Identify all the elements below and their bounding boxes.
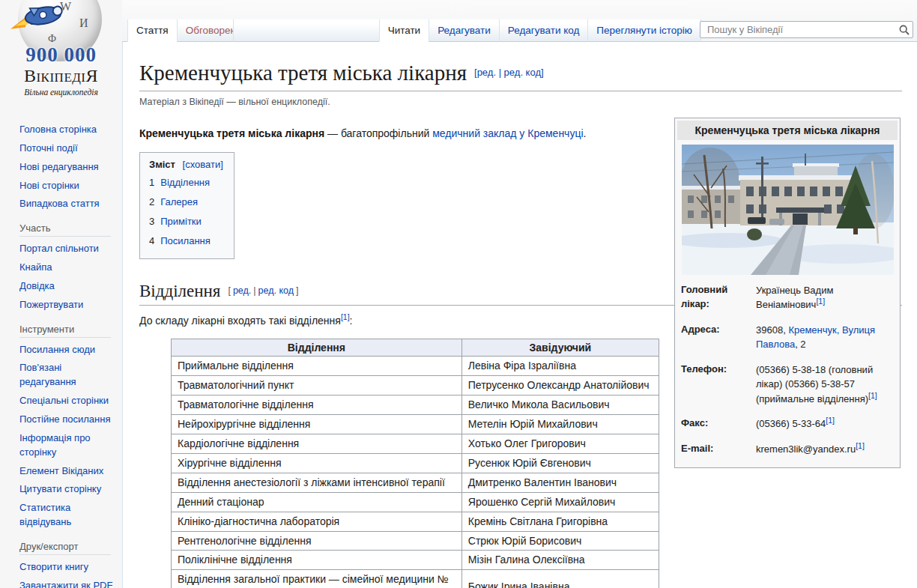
section-edit-link[interactable]: ред. — [233, 285, 251, 296]
sidebar-link[interactable]: Пов'язані редагування — [19, 362, 76, 387]
reference-link[interactable]: [1] — [856, 440, 865, 449]
sidebar-link[interactable]: Створити книгу — [19, 561, 88, 572]
infobox-value: (05366) 5-33-64[1] — [748, 411, 898, 437]
table-cell: Нейрохірургічне відділення — [172, 415, 462, 434]
infobox-value: Українець Вадим Веніамінович[1] — [748, 278, 898, 318]
sidebar-item: Інформація про сторінку — [19, 431, 116, 460]
tab-редагувати-код[interactable]: Редагувати код — [499, 19, 588, 42]
search-icon[interactable] — [899, 25, 910, 35]
portal-heading: Друк/експорт — [19, 541, 111, 555]
search-input[interactable] — [706, 23, 899, 36]
table-row: Приймальне відділенняЛевіна Фіра Ізралії… — [172, 357, 659, 376]
section-edit-code-link[interactable]: ред. код — [258, 285, 294, 296]
tab-переглянути-історію[interactable]: Переглянути історію — [587, 19, 701, 42]
reference-link[interactable]: [1] — [341, 313, 350, 322]
table-cell: Русенюк Юрій Євгенович — [461, 453, 659, 473]
intro-text: До складу лікарні входять такі відділенн… — [139, 315, 341, 327]
sidebar-item: Посилання сюди — [19, 343, 116, 357]
sidebar-link[interactable]: Головна сторінка — [19, 124, 97, 135]
sidebar-link[interactable]: Випадкова стаття — [19, 198, 100, 209]
wikipedia-logo[interactable]: Ω W И Ф 900 000 ВікіпедіЯ — [0, 0, 122, 112]
portal-group: Друк/експортСтворити книгуЗавантажити як… — [19, 541, 116, 588]
toc-link[interactable]: Відділення — [160, 177, 210, 188]
lead-link[interactable]: медичний заклад у Кременчуці — [432, 127, 583, 139]
toc-item: 3Примітки — [149, 212, 223, 231]
tab-читати[interactable]: Читати — [379, 19, 429, 42]
sidebar-item: Головна сторінка — [19, 123, 116, 137]
table-cell: Рентгенологічне відділення — [172, 531, 462, 551]
table-cell: Кардіологічне відділення — [172, 434, 462, 454]
sidebar-link[interactable]: Спеціальні сторінки — [19, 395, 109, 406]
table-cell: Кремінь Світлана Григорівна — [461, 512, 659, 531]
table-row: Відділення анестезіології з ліжками інте… — [172, 473, 659, 492]
table-header-cell: Завідуючий — [461, 339, 659, 357]
table-row: Травматологічний пунктПетрусенко Олексан… — [172, 376, 659, 395]
infobox-label: Адреса: — [677, 318, 748, 357]
section-edit-links: [ред.|ред. код] — [228, 285, 298, 296]
rocket-icon — [7, 0, 75, 38]
lead-subject: Кременчуцька третя міська лікарня — [139, 127, 324, 139]
table-row: Травматологічне відділенняВеличко Микола… — [172, 395, 659, 415]
tab-редагувати[interactable]: Редагувати — [429, 19, 499, 42]
title-edit-links[interactable]: [ред. | ред. код] — [474, 67, 544, 78]
table-row: Клініко-діагностична лабораторіяКремінь … — [172, 512, 659, 531]
sidebar-link[interactable]: Інформація про сторінку — [19, 432, 91, 458]
sidebar-nav: Головна сторінкаПоточні подіїНові редагу… — [0, 112, 122, 588]
sidebar-link[interactable]: Нові редагування — [19, 161, 99, 172]
sidebar-link[interactable]: Елемент Вікіданих — [19, 465, 103, 476]
table-row: Рентгенологічне відділенняСтрюк Юрій Бор… — [172, 531, 659, 551]
sidebar-link[interactable]: Посилання сюди — [19, 344, 95, 355]
reference-link[interactable]: [1] — [868, 390, 877, 399]
portal-heading: Участь — [19, 222, 111, 237]
infobox-text: 39608, — [756, 324, 788, 336]
sidebar-item: Кнайпа — [19, 261, 116, 275]
reference-link[interactable]: [1] — [816, 297, 825, 306]
sidebar-link[interactable]: Поточні події — [19, 142, 78, 154]
sidebar-link[interactable]: Цитувати сторінку — [19, 483, 101, 494]
infobox: Кременчуцька третя міська лікарня — [674, 118, 901, 469]
sidebar-item: Спеціальні сторінки — [19, 394, 116, 408]
sidebar-item: Випадкова стаття — [19, 197, 116, 211]
table-row: Кардіологічне відділенняХотько Олег Григ… — [172, 434, 659, 454]
table-cell: Мізін Галина Олексіївна — [461, 551, 659, 570]
toc-hide-toggle[interactable]: [сховати] — [183, 159, 223, 170]
toc-number: 1 — [149, 177, 154, 188]
toc-number: 3 — [149, 216, 154, 227]
table-header-cell: Відділення — [172, 339, 462, 357]
sidebar-item: Цитувати сторінку — [19, 482, 116, 497]
table-of-contents: Зміст [сховати] 1Відділення2Галерея3Прим… — [139, 152, 234, 259]
table-cell: Відділення загальної практики — сімейної… — [172, 570, 462, 588]
infobox-value: kremen3lik@yandex.ru[1] — [748, 437, 898, 462]
sidebar-item: Нові редагування — [19, 160, 116, 175]
sidebar-item: Створити книгу — [19, 560, 116, 575]
toc-number: 2 — [149, 196, 154, 207]
search-box — [700, 21, 913, 38]
portal-list: Головна сторінкаПоточні подіїНові редагу… — [19, 123, 116, 211]
toc-link[interactable]: Примітки — [160, 216, 202, 227]
sidebar-link[interactable]: Завантажити як PDF — [19, 580, 112, 588]
sidebar-link[interactable]: Статистика відвідувань — [19, 502, 71, 527]
tab-article[interactable]: Стаття — [127, 19, 177, 42]
sidebar-link[interactable]: Постійне посилання — [19, 413, 110, 425]
sidebar: Ω W И Ф 900 000 ВікіпедіЯ — [0, 0, 122, 588]
infobox-label: Телефон: — [677, 357, 748, 412]
table-row: Поліклінічне відділенняМізін Галина Олек… — [172, 551, 659, 570]
sidebar-link[interactable]: Кнайпа — [19, 261, 52, 273]
hospital-winter-photo[interactable] — [682, 145, 894, 275]
table-cell: Поліклінічне відділення — [172, 551, 462, 570]
reference-link[interactable]: [1] — [826, 416, 835, 425]
infobox-field: Факс:(05366) 5-33-64[1] — [677, 411, 898, 437]
sidebar-link[interactable]: Портал спільноти — [19, 243, 99, 254]
portal-list: Посилання сюдиПов'язані редагуванняСпеці… — [19, 343, 116, 530]
infobox-fields: Головний лікар:Українець Вадим Веніаміно… — [677, 278, 898, 462]
toc-link[interactable]: Галерея — [160, 196, 198, 207]
sidebar-link[interactable]: Довідка — [19, 280, 55, 291]
infobox-label: E-mail: — [677, 437, 748, 462]
toc-link[interactable]: Посилання — [160, 235, 211, 246]
portal-group: ІнструментиПосилання сюдиПов'язані редаг… — [19, 324, 116, 530]
infobox-value: (05366) 5-38-18 (головний лікар) (05366)… — [748, 357, 898, 412]
table-row: Нейрохірургічне відділенняМетелін Юрій М… — [172, 415, 659, 434]
bracket: ] — [296, 285, 298, 296]
sidebar-link[interactable]: Пожертвувати — [19, 299, 83, 310]
sidebar-link[interactable]: Нові сторінки — [19, 180, 79, 191]
